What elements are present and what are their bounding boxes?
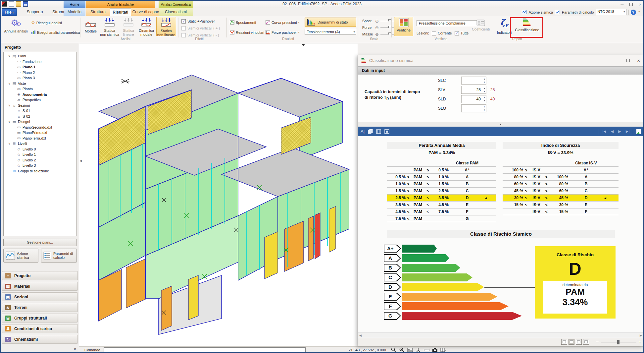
azione-sismica-button[interactable]: Azione sismica [529, 10, 553, 14]
classificazione-button[interactable]: Classificazione [513, 18, 541, 32]
spinner-arrows-icon[interactable]: ▲▼ [483, 77, 485, 84]
tree-item-pianoprimo-dxf[interactable]: ▭PianoPrimo.dxf [4, 130, 76, 136]
esegui-analisi-parametrica-button[interactable]: Esegui analisi parametrica [31, 30, 80, 34]
tree-item-livello-2[interactable]: ◇Livello 2 [4, 157, 76, 163]
sidebar-collapse-icon[interactable]: ◀ [79, 159, 82, 162]
minus-icon[interactable]: ⊖ [375, 32, 379, 37]
maximize-button[interactable] [629, 3, 633, 6]
parametri-di-calcolo-sidebar-button[interactable]: Parametri dicalcolo [41, 249, 77, 263]
dialog-maximize-button[interactable] [626, 59, 630, 62]
dinamica-modale-button[interactable]: Dinamicamodale [137, 17, 156, 36]
chevron-down-icon[interactable]: ∨ [7, 82, 12, 85]
zoom-in-icon[interactable]: + [638, 339, 641, 345]
tree-item-pianta[interactable]: ▭Pianta [4, 86, 76, 92]
tree-item-assonometria[interactable]: ◈Assonometria [4, 92, 76, 97]
viewport-menu-icon[interactable] [302, 44, 305, 46]
slo-spinner[interactable]: ▲▼ [461, 104, 486, 112]
file-menu-button[interactable]: File ▾ [2, 8, 17, 16]
sidebar-item-condizioni-di-carico[interactable]: ⇊Condizioni di carico [2, 324, 78, 333]
slider-thumb[interactable] [388, 19, 391, 23]
gestione-piani-button[interactable]: Gestione piani... [3, 239, 76, 246]
copy-icon[interactable] [368, 129, 373, 134]
sidebar-item-sezioni[interactable]: ▤Sezioni [2, 292, 78, 301]
ruler-icon[interactable] [424, 347, 429, 352]
tab-modello[interactable]: Modello [64, 8, 85, 16]
layers-list-icon[interactable] [407, 347, 413, 352]
statica-lineare-button[interactable]: Staticalineare [121, 17, 136, 36]
collapse-section-strip[interactable]: ▲ [358, 122, 643, 127]
page-layout-two-icon[interactable] [576, 339, 582, 345]
page-layout-single-icon[interactable] [561, 339, 567, 345]
zoom-extents-icon[interactable] [399, 347, 405, 352]
nav-first-icon[interactable]: |◀ [602, 129, 606, 134]
minus-icon[interactable]: ⊖ [375, 25, 379, 30]
verifiche-button[interactable]: Verifiche [394, 17, 413, 36]
nav-prev-icon[interactable]: ◀ [611, 129, 614, 134]
chevron-down-icon[interactable]: ∨ [7, 104, 12, 107]
riesegui-analisi-button[interactable]: ⚙Riesegui analisi [31, 20, 62, 25]
azione-sismica-sidebar-button[interactable]: Azionesismica [3, 249, 38, 263]
help-icon[interactable]: ? [631, 10, 636, 15]
dialog-title-bar[interactable]: Classificazione sismica × [358, 55, 643, 66]
tree-item-livello-3[interactable]: ◇Livello 3 [4, 163, 76, 168]
minimize-button[interactable]: ─ [620, 2, 623, 7]
slider-thumb[interactable] [388, 32, 391, 36]
slv-spinner[interactable]: 28▲▼ [461, 86, 486, 94]
parametri-di-calcolo-button[interactable]: Parametri di calcolo [562, 10, 594, 14]
statici-pushover-checkbox[interactable]: ✓Statici+Pushover [181, 18, 220, 24]
tree-item-s-01[interactable]: ⌂S-01 [4, 108, 76, 114]
zoom-fit-icon[interactable] [384, 129, 389, 134]
tab-struttura[interactable]: Struttura [86, 8, 110, 16]
page-layout-continuous-icon[interactable] [569, 339, 574, 345]
forze-pushover-button[interactable]: Forze pushover▾ [266, 30, 299, 34]
spinner-arrows-icon[interactable]: ▲▼ [483, 105, 485, 112]
report-zoom-slider[interactable]: − + [596, 339, 642, 345]
ucs-axes-icon[interactable] [416, 347, 421, 352]
split-view-icon[interactable] [440, 347, 446, 352]
nav-last-icon[interactable]: ▶| [626, 129, 629, 134]
curva-pressioni-button[interactable]: Curva pressioni▾ [266, 20, 299, 25]
indicatori-button[interactable]: ζE Indicatori [496, 18, 513, 34]
slider-thumb[interactable] [388, 26, 391, 29]
model-viewport[interactable] [79, 43, 358, 346]
tree-item-fondazione[interactable]: ▭Fondazione [4, 59, 76, 65]
close-button[interactable]: × [639, 2, 641, 7]
camera-icon[interactable] [432, 347, 438, 352]
tab-risultati[interactable]: Risultati [110, 8, 131, 16]
tree-item-sezioni[interactable]: ∨⌂Sezioni [4, 103, 76, 108]
spostamenti-button[interactable]: Spostamenti [230, 20, 256, 25]
collapse-ribbon-icon[interactable]: ⌃ [638, 10, 641, 14]
tensione-terreno-select[interactable]: Tensione terreno (A)▾ [305, 29, 356, 35]
tree-item-piani[interactable]: ∨▤Piani [4, 53, 76, 59]
tree-item-pianoterra-dxf[interactable]: ▭PianoTerra.dxf [4, 136, 76, 141]
sidebar-item-terreni[interactable]: ≋Terreni [2, 303, 78, 312]
tree-item-piano-1[interactable]: ▭Piano 1 [4, 64, 76, 70]
tree-item-livelli[interactable]: ∨≣Livelli [4, 141, 76, 147]
coefficienti-button[interactable]: Coefficienti [470, 19, 492, 31]
modale-button[interactable]: Modale [83, 18, 99, 33]
sidebar-item-gruppi-strutturali[interactable]: ⊞Gruppi strutturali [2, 314, 78, 323]
spinner-arrows-icon[interactable]: ▲▼ [483, 87, 485, 93]
annulla-analisi-button[interactable]: ⚙⚙ Annulla analisi [3, 18, 28, 33]
tab-cinematismi[interactable]: Cinematismi [159, 8, 193, 16]
tree-item-piano-2[interactable]: ▭Piano 2 [4, 70, 76, 76]
minus-icon[interactable]: ⊖ [375, 19, 379, 24]
tutte-checkbox[interactable]: ✓Tutte [455, 30, 469, 36]
tree-item-s-02[interactable]: ⌂S-02 [4, 114, 76, 119]
sidebar-item-cinematismi[interactable]: ↻Cinematismi [2, 335, 78, 344]
diagrammi-di-stato-button[interactable]: Diagrammi di stato [305, 18, 356, 27]
expand-icon[interactable]: » [74, 346, 76, 351]
chevron-down-icon[interactable]: ∨ [7, 54, 12, 58]
window-fit-icon[interactable] [376, 129, 381, 134]
norma-select[interactable]: NTC 2018▾ [596, 9, 626, 15]
scroll-left-icon[interactable]: ◀ [359, 334, 362, 337]
spinner-arrows-icon[interactable]: ▲▼ [483, 96, 485, 102]
report-hscrollbar[interactable]: ◀ ▶ [358, 332, 643, 338]
statica-non-lineare-button[interactable]: Staticanon lineare [156, 17, 176, 36]
tree-item-livello-0[interactable]: ◇Livello 0 [4, 147, 76, 152]
zoom-out-icon[interactable]: − [596, 339, 599, 345]
font-tool-icon[interactable]: A| [361, 129, 365, 134]
corrente-checkbox[interactable]: Corrente [432, 30, 452, 36]
sidebar-item-progetto[interactable]: ⌂Progetto [2, 271, 78, 280]
tree-item-piano-3[interactable]: ▭Piano 3 [4, 75, 76, 81]
